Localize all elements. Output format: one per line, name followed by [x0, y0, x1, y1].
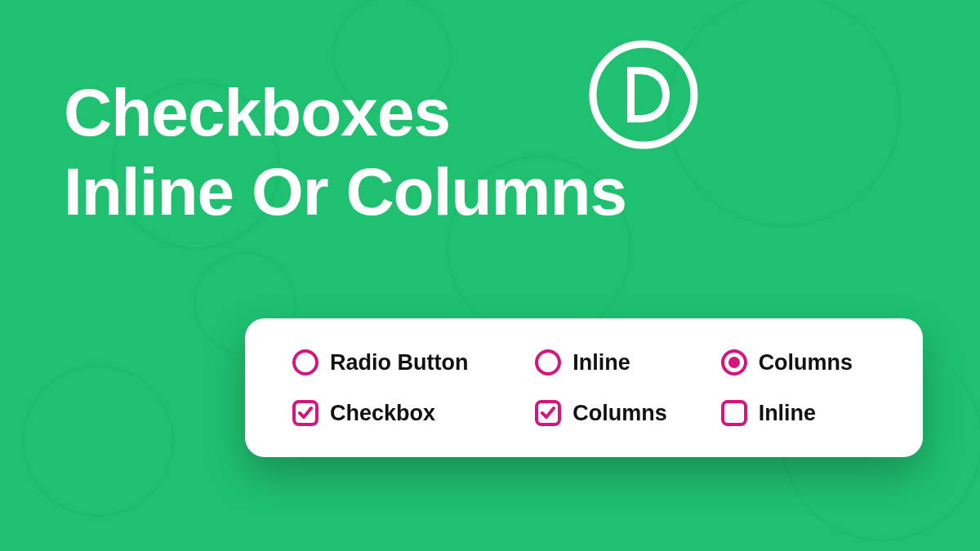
radio-icon — [292, 349, 318, 375]
checkbox-option-columns[interactable]: Columns — [535, 400, 681, 426]
radio-option-columns[interactable]: Columns — [721, 349, 884, 375]
radio-label: Radio Button — [330, 350, 468, 375]
radio-option-radio-button[interactable]: Radio Button — [292, 349, 496, 375]
checkbox-option-inline[interactable]: Inline — [721, 400, 884, 426]
checkbox-icon-checked — [292, 400, 318, 426]
radio-option-inline[interactable]: Inline — [535, 349, 681, 375]
checkbox-label: Columns — [572, 401, 667, 426]
radio-icon-selected — [721, 349, 747, 375]
checkbox-label: Inline — [759, 401, 817, 426]
radio-row: Radio Button Inline Columns — [292, 349, 884, 375]
radio-label: Inline — [572, 350, 630, 375]
checkbox-icon — [721, 400, 747, 426]
checkbox-label: Checkbox — [330, 401, 435, 426]
title-line-2: Inline Or Columns — [64, 153, 626, 232]
page-title: Checkboxes Inline Or Columns — [64, 73, 626, 232]
radio-icon — [535, 349, 561, 375]
checkbox-option-checkbox[interactable]: Checkbox — [292, 400, 496, 426]
checkbox-icon-checked — [535, 400, 561, 426]
radio-label: Columns — [759, 350, 853, 375]
title-line-1: Checkboxes — [64, 73, 626, 153]
checkbox-row: Checkbox Columns Inline — [292, 400, 884, 426]
options-card: Radio Button Inline Columns Checkbox Col… — [245, 318, 923, 457]
